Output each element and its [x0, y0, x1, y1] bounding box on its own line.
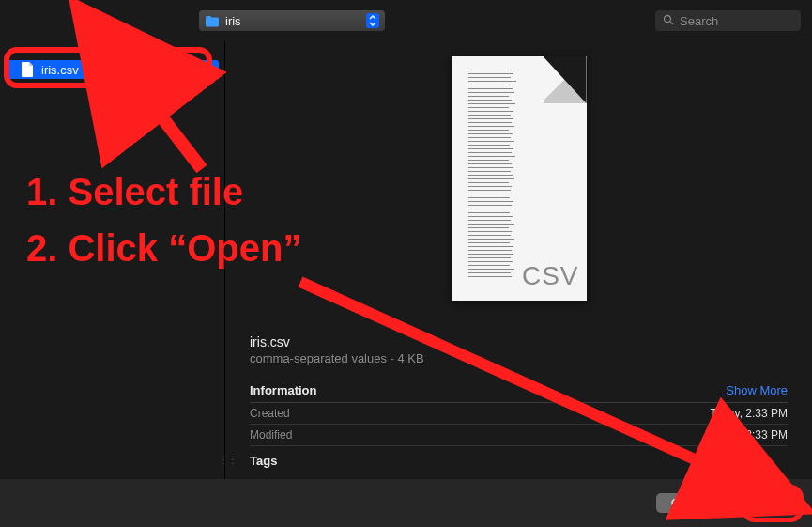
- file-icon: [21, 62, 34, 77]
- search-input[interactable]: [680, 14, 793, 28]
- created-value: Today, 2:33 PM: [711, 407, 789, 420]
- meta-kind-size: comma-separated values - 4 KB: [250, 351, 788, 365]
- cancel-button[interactable]: Cancel: [656, 493, 724, 513]
- tags-label: Tags: [250, 446, 788, 472]
- footer: Cancel Open: [0, 479, 812, 527]
- svg-line-1: [670, 22, 673, 24]
- search-field[interactable]: [655, 10, 801, 31]
- folder-name: iris: [225, 14, 360, 28]
- column-drag-handle[interactable]: ⋮⋮: [219, 458, 226, 475]
- file-type-badge: CSV: [522, 261, 579, 291]
- folder-icon: [205, 15, 220, 27]
- file-thumbnail: CSV: [452, 56, 587, 301]
- meta-row-modified: Modified Today, 2:33 PM: [250, 425, 788, 446]
- show-more-link[interactable]: Show More: [726, 383, 788, 397]
- created-label: Created: [250, 407, 290, 420]
- toolbar: iris: [0, 0, 812, 41]
- modified-label: Modified: [250, 428, 292, 442]
- svg-point-0: [665, 15, 671, 22]
- search-icon: [663, 14, 674, 28]
- annotation-step2: 2. Click “Open”: [26, 220, 301, 276]
- open-button[interactable]: Open: [737, 493, 797, 513]
- annotation-step1: 1. Select file: [26, 163, 301, 220]
- file-name: iris.csv: [41, 63, 79, 77]
- modified-value: Today, 2:33 PM: [711, 428, 789, 442]
- file-metadata: iris.csv comma-separated values - 4 KB I…: [225, 334, 812, 472]
- preview-pane: CSV iris.csv comma-separated values - 4 …: [225, 41, 812, 479]
- meta-row-created: Created Today, 2:33 PM: [250, 403, 788, 425]
- meta-filename: iris.csv: [250, 334, 788, 349]
- file-list-item[interactable]: iris.csv: [6, 60, 219, 79]
- folder-selector[interactable]: iris: [199, 10, 385, 31]
- meta-information-header: Information Show More: [250, 379, 788, 403]
- chevron-updown-icon: [366, 13, 379, 28]
- annotation-text: 1. Select file 2. Click “Open”: [26, 163, 301, 276]
- information-label: Information: [250, 383, 317, 397]
